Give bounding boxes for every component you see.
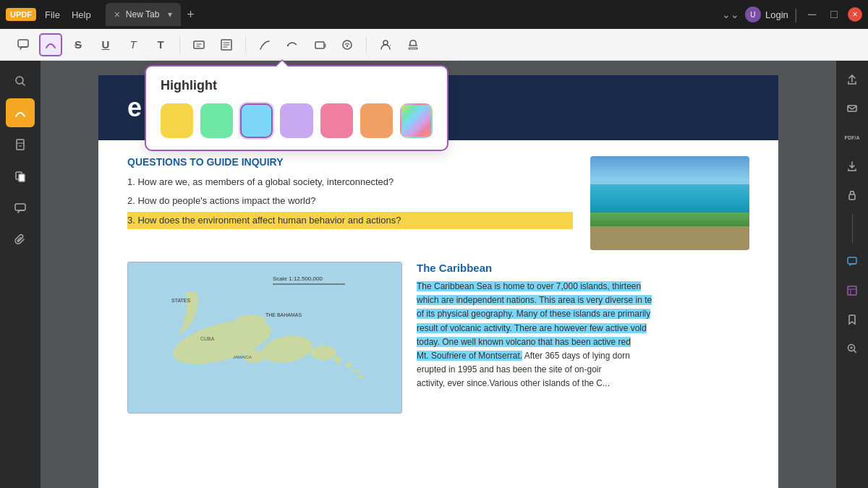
sidebar-icon-comments[interactable] [6,194,35,223]
tab-label: New Tab [126,9,159,20]
right-sidebar-share[interactable] [839,67,865,93]
strikethrough-tool-button[interactable]: S [67,33,90,56]
window-expand-icon: ⌄⌄ [722,9,739,20]
right-sidebar-mail[interactable] [839,95,865,121]
textbox-tool-button[interactable] [187,33,210,56]
svg-text:JAMAICA: JAMAICA [233,355,252,359]
tab-close-icon[interactable]: × [114,9,120,20]
tools-button[interactable] [336,33,359,56]
text-tool-button[interactable]: T [122,33,145,56]
svg-point-18 [346,362,352,368]
right-sidebar-zoom[interactable] [839,335,865,361]
question-3-highlighted: 3. How does the environment affect human… [127,212,573,229]
sidebar-icon-bookmarks[interactable] [6,130,35,159]
highlight-color-popup: Highlight [145,65,448,151]
color-swatch-blue[interactable] [240,103,273,138]
svg-point-19 [354,369,358,373]
svg-rect-31 [848,286,856,295]
maximize-button[interactable]: □ [826,8,842,21]
highlighted-text-4: result of volcanic activity. There are h… [417,323,647,333]
svg-rect-8 [17,140,24,150]
close-button[interactable]: × [848,7,862,22]
svg-rect-11 [15,204,25,210]
multiline-tool-button[interactable] [215,33,238,56]
svg-text:STATES: STATES [171,298,191,303]
page-content: QUESTIONS TO GUIDE INQUIRY 1. How are we… [98,142,778,428]
svg-point-5 [383,40,388,45]
lower-section: Scale 1:12,500,000 STATES THE BAHAMAS CU… [127,262,749,414]
svg-rect-1 [194,41,204,48]
color-swatch-orange[interactable] [360,103,393,138]
highlight-tool-button[interactable] [39,33,62,56]
svg-rect-0 [18,40,28,47]
svg-rect-6 [409,48,417,49]
highlighted-text-1: The Caribbean Sea is home to over 7,000 … [417,281,641,291]
left-sidebar [0,61,41,488]
right-sidebar-pdfa[interactable]: PDF/A [839,124,865,150]
right-sidebar-lock[interactable] [839,182,865,208]
caribbean-map: Scale 1:12,500,000 STATES THE BAHAMAS CU… [127,262,402,414]
minimize-button[interactable]: ─ [804,8,820,21]
app-logo: UPDF [6,8,36,21]
svg-rect-28 [848,106,856,111]
tab-add-button[interactable]: + [187,7,195,22]
sidebar-icon-pages[interactable] [6,162,35,191]
sidebar-icon-attachments[interactable] [6,226,35,254]
questions-left: QUESTIONS TO GUIDE INQUIRY 1. How are we… [127,156,573,234]
svg-rect-30 [848,257,856,264]
right-sidebar: PDF/A [836,61,868,488]
stamp-tool-button[interactable] [401,33,425,56]
questions-section: QUESTIONS TO GUIDE INQUIRY 1. How are we… [127,156,749,250]
right-sidebar-download[interactable] [839,153,865,179]
svg-rect-10 [19,174,25,181]
highlighted-text-5: today. One well known volcano that has b… [417,337,631,347]
svg-point-20 [359,374,363,379]
sidebar-icon-highlight[interactable] [6,98,35,127]
right-sidebar-divider [852,214,853,243]
svg-point-15 [310,346,336,360]
questions-title: QUESTIONS TO GUIDE INQUIRY [127,156,573,168]
caribbean-text-body: The Caribbean Sea is home to over 7,000 … [417,280,749,391]
color-swatches-row [161,103,433,138]
title-bar-right: ⌄⌄ U Login | ─ □ × [722,7,862,23]
line-tool-button[interactable] [281,33,304,56]
toolbar: S U T T Highlight [0,29,868,61]
toolbar-divider-2 [245,36,246,53]
user-avatar: U [745,7,761,22]
beach-scene-visual [590,156,749,250]
highlighted-text-2: which are independent nations. This area… [417,295,652,305]
right-sidebar-table[interactable] [839,278,865,304]
caribbean-text-heading: The Caribbean [417,262,749,274]
svg-point-17 [334,356,341,364]
person-tool-button[interactable] [374,33,397,56]
sidebar-icon-search[interactable] [6,67,35,95]
highlighted-text-3: of its physical geography. Many of these… [417,309,650,319]
color-swatch-purple[interactable] [280,103,312,138]
login-label: Login [765,9,788,20]
color-swatch-custom[interactable] [400,103,433,138]
question-1: 1. How are we, as members of a global so… [127,175,573,189]
menu-help[interactable]: Help [72,9,91,20]
vertical-divider: | [794,7,798,23]
bold-text-tool-button[interactable]: T [149,33,172,56]
right-sidebar-chat[interactable] [839,249,865,275]
underline-tool-button[interactable]: U [94,33,117,56]
shape-tool-button[interactable] [308,33,331,56]
question-2: 2. How do people's actions impact the wo… [127,194,573,208]
color-swatch-yellow[interactable] [161,103,193,138]
login-button[interactable]: U Login [745,7,788,22]
svg-text:Scale 1:12,500,000: Scale 1:12,500,000 [273,275,323,282]
active-tab[interactable]: × New Tab ▾ [106,3,182,26]
right-sidebar-bookmark[interactable] [839,307,865,333]
svg-text:THE BAHAMAS: THE BAHAMAS [265,312,302,317]
menu-bar: File Help [45,9,91,20]
caribbean-beach-image [590,156,749,250]
comment-tool-button[interactable] [12,33,35,56]
caribbean-text-area: The Caribbean The Caribbean Sea is home … [417,262,749,414]
svg-text:CUBA: CUBA [200,336,215,341]
pen-tool-button[interactable] [253,33,276,56]
color-swatch-pink[interactable] [320,103,353,138]
menu-file[interactable]: File [45,9,60,20]
toolbar-divider-1 [179,36,180,53]
color-swatch-green[interactable] [200,103,233,138]
